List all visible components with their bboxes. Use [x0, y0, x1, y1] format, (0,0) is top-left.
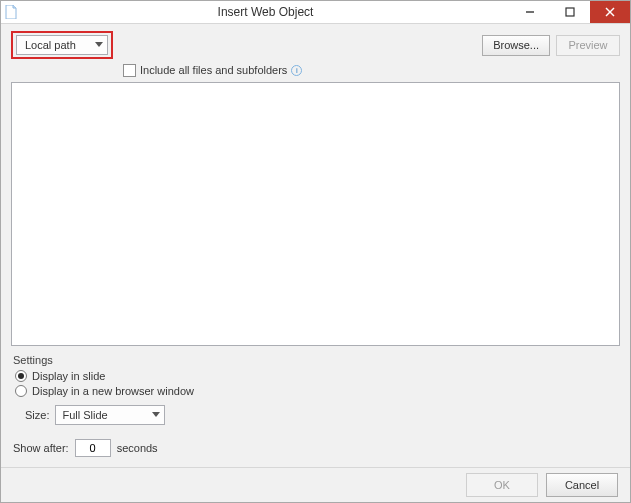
minimize-button[interactable]	[510, 1, 550, 23]
display-in-slide-radio[interactable]	[15, 370, 27, 382]
top-row: Local path Browse... Preview	[11, 30, 620, 60]
size-row: Size: Full Slide	[25, 405, 618, 425]
show-after-input[interactable]	[75, 439, 111, 457]
app-icon	[1, 1, 21, 23]
size-value: Full Slide	[62, 409, 107, 421]
svg-rect-1	[566, 8, 574, 16]
path-type-value: Local path	[25, 39, 76, 51]
dialog-body: Local path Browse... Preview Include all…	[1, 24, 630, 467]
preview-button[interactable]: Preview	[556, 35, 620, 56]
window-controls	[510, 1, 630, 23]
chevron-down-icon	[95, 42, 103, 48]
chevron-down-icon	[152, 412, 160, 418]
include-checkbox[interactable]	[123, 64, 136, 77]
preview-area	[11, 82, 620, 346]
display-new-window-row: Display in a new browser window	[15, 385, 618, 397]
dialog-window: Insert Web Object Local path Browse...	[0, 0, 631, 503]
dialog-footer: OK Cancel	[1, 467, 630, 502]
show-after-unit: seconds	[117, 442, 158, 454]
display-new-window-label: Display in a new browser window	[32, 385, 194, 397]
size-label: Size:	[25, 409, 49, 421]
show-after-label: Show after:	[13, 442, 69, 454]
highlight-box: Local path	[11, 31, 113, 59]
include-row: Include all files and subfolders i	[11, 60, 620, 80]
settings-section: Settings Display in slide Display in a n…	[11, 352, 620, 459]
close-button[interactable]	[590, 1, 630, 23]
cancel-button[interactable]: Cancel	[546, 473, 618, 497]
settings-heading: Settings	[13, 354, 618, 366]
info-icon[interactable]: i	[291, 65, 302, 76]
display-in-slide-label: Display in slide	[32, 370, 105, 382]
browse-button[interactable]: Browse...	[482, 35, 550, 56]
include-label: Include all files and subfolders	[140, 64, 287, 76]
title-bar: Insert Web Object	[1, 1, 630, 24]
maximize-button[interactable]	[550, 1, 590, 23]
display-new-window-radio[interactable]	[15, 385, 27, 397]
path-type-dropdown[interactable]: Local path	[16, 35, 108, 55]
window-title: Insert Web Object	[21, 1, 510, 23]
display-in-slide-row: Display in slide	[15, 370, 618, 382]
size-select[interactable]: Full Slide	[55, 405, 165, 425]
ok-button[interactable]: OK	[466, 473, 538, 497]
show-after-row: Show after: seconds	[13, 439, 618, 457]
